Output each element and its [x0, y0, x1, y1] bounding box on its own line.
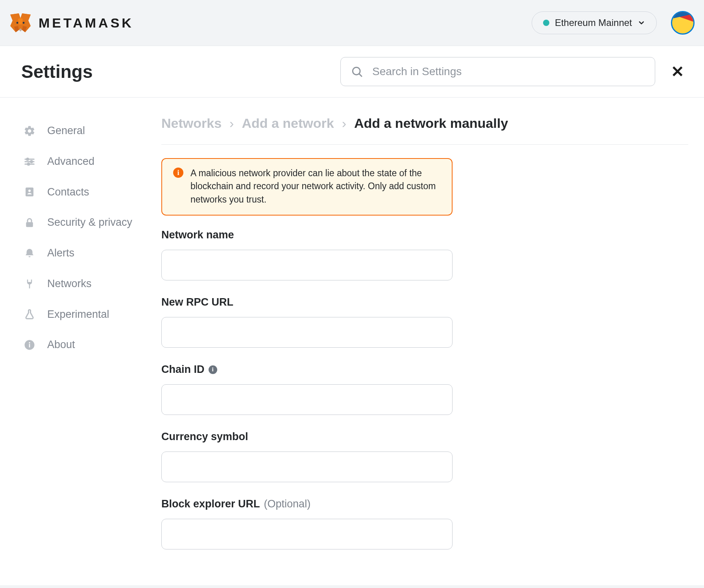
sidebar-item-about[interactable]: About — [20, 330, 146, 360]
warning-text: A malicious network provider can lie abo… — [190, 167, 441, 206]
svg-point-8 — [23, 22, 25, 24]
main: Networks › Add a network › Add a network… — [153, 98, 704, 585]
label-optional: (Optional) — [264, 498, 311, 510]
breadcrumb-add-network[interactable]: Add a network — [242, 116, 334, 131]
svg-rect-21 — [29, 344, 30, 348]
bell-icon — [24, 247, 35, 259]
input-chain-id[interactable] — [161, 384, 453, 415]
svg-point-14 — [27, 158, 29, 160]
search-icon — [351, 65, 363, 78]
contact-icon — [24, 186, 35, 198]
input-block-explorer[interactable] — [161, 519, 453, 549]
svg-marker-3 — [18, 18, 23, 24]
brand: METAMASK — [9, 13, 134, 33]
sidebar-item-alerts[interactable]: Alerts — [20, 238, 146, 269]
sliders-icon — [24, 156, 35, 168]
settings-bar: Settings ✕ — [0, 46, 704, 98]
input-rpc-url[interactable] — [161, 317, 453, 348]
field-block-explorer: Block explorer URL (Optional) — [161, 498, 453, 549]
field-chain-id: Chain ID — [161, 363, 453, 415]
fox-logo-icon — [9, 13, 31, 33]
app-header: METAMASK Ethereum Mainnet — [0, 0, 704, 46]
breadcrumb: Networks › Add a network › Add a network… — [161, 116, 688, 145]
sidebar-item-label: About — [47, 338, 75, 352]
svg-marker-5 — [22, 26, 27, 32]
input-network-name[interactable] — [161, 250, 453, 280]
lock-icon — [24, 217, 35, 229]
info-icon — [24, 339, 35, 351]
sidebar-item-label: General — [47, 124, 85, 138]
svg-marker-4 — [14, 26, 19, 32]
svg-point-15 — [31, 160, 33, 162]
sidebar-item-label: Networks — [47, 277, 92, 291]
chevron-down-icon — [637, 19, 645, 27]
sidebar-item-security-privacy[interactable]: Security & privacy — [20, 207, 146, 238]
network-name: Ethereum Mainnet — [555, 17, 632, 28]
label-block-explorer: Block explorer URL — [161, 498, 260, 510]
svg-point-22 — [29, 342, 30, 343]
field-rpc-url: New RPC URL — [161, 296, 453, 348]
close-icon[interactable]: ✕ — [667, 63, 688, 81]
search-input[interactable] — [340, 57, 655, 86]
svg-line-10 — [359, 74, 362, 76]
chevron-right-icon: › — [229, 116, 234, 131]
account-avatar[interactable] — [671, 11, 695, 35]
sidebar-item-label: Alerts — [47, 247, 74, 260]
sidebar-item-advanced[interactable]: Advanced — [20, 146, 146, 177]
chevron-right-icon: › — [342, 116, 346, 131]
info-icon[interactable] — [209, 365, 217, 374]
label-currency-symbol: Currency symbol — [161, 431, 453, 443]
sidebar-item-experimental[interactable]: Experimental — [20, 299, 146, 330]
header-right: Ethereum Mainnet — [532, 11, 695, 35]
svg-rect-17 — [26, 188, 33, 197]
network-selector[interactable]: Ethereum Mainnet — [532, 11, 657, 34]
sidebar-item-general[interactable]: General — [20, 116, 146, 146]
sidebar-item-label: Advanced — [47, 155, 94, 168]
breadcrumb-networks[interactable]: Networks — [161, 116, 222, 131]
network-status-dot — [543, 20, 549, 26]
svg-point-18 — [28, 190, 31, 192]
svg-point-16 — [28, 163, 30, 165]
field-currency-symbol: Currency symbol — [161, 431, 453, 482]
sidebar-item-label: Security & privacy — [47, 216, 132, 229]
form: A malicious network provider can lie abo… — [161, 145, 453, 549]
gear-icon — [24, 125, 35, 137]
brand-name: METAMASK — [39, 15, 134, 31]
sidebar-item-contacts[interactable]: Contacts — [20, 177, 146, 208]
input-currency-symbol[interactable] — [161, 452, 453, 482]
search-wrap — [340, 57, 655, 86]
flask-icon — [24, 308, 35, 320]
warning-icon — [173, 168, 183, 178]
body: General Advanced Contacts Security & pri… — [0, 98, 704, 585]
svg-rect-19 — [26, 222, 33, 227]
label-network-name: Network name — [161, 229, 453, 241]
sidebar: General Advanced Contacts Security & pri… — [12, 98, 153, 585]
sidebar-item-label: Experimental — [47, 308, 109, 321]
plug-icon — [24, 278, 35, 290]
page-title: Settings — [21, 61, 92, 82]
label-chain-id: Chain ID — [161, 363, 205, 376]
breadcrumb-current: Add a network manually — [354, 116, 508, 131]
field-network-name: Network name — [161, 229, 453, 280]
sidebar-item-label: Contacts — [47, 186, 89, 199]
label-rpc-url: New RPC URL — [161, 296, 453, 308]
warning-banner: A malicious network provider can lie abo… — [161, 158, 453, 216]
sidebar-item-networks[interactable]: Networks — [20, 269, 146, 299]
svg-point-7 — [17, 22, 18, 24]
